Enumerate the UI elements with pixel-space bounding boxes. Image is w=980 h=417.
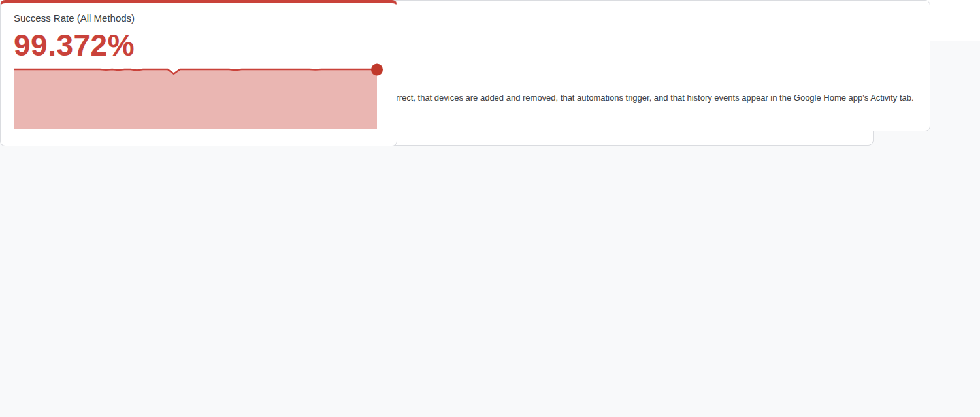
all-methods-sparkline[interactable] — [14, 63, 384, 129]
dashboard-page: Top-Level Metrics Top-level metrics for … — [0, 0, 980, 417]
metric-value: 99.372% — [14, 27, 384, 63]
card-success-rate-all-methods: Success Rate (All Methods) 99.372% — [0, 0, 397, 146]
metric-label: Success Rate (All Methods) — [14, 12, 384, 24]
